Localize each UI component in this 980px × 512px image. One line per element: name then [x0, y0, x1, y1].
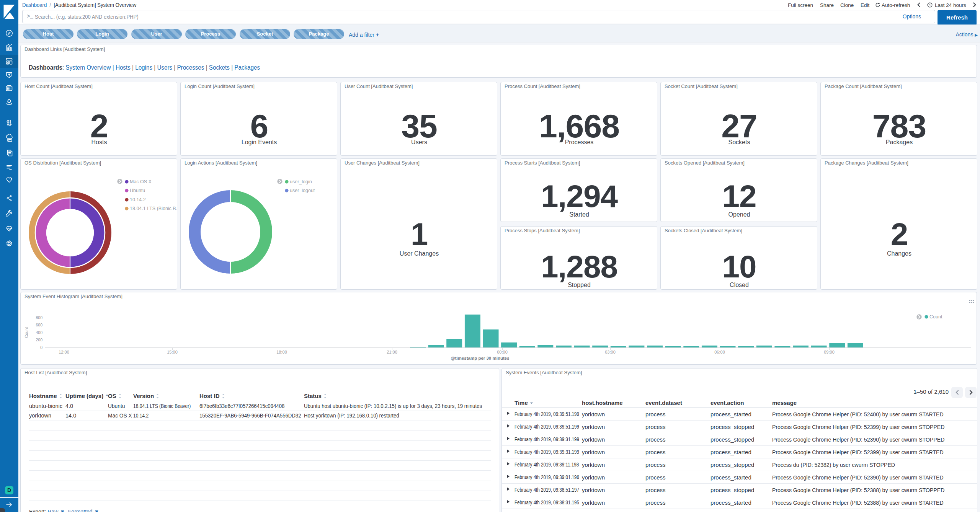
svg-text:06:00: 06:00	[714, 350, 725, 354]
svg-text:12:00: 12:00	[59, 350, 69, 354]
svg-text:Count: Count	[929, 314, 942, 320]
svg-text:Ubuntu: Ubuntu	[130, 188, 145, 193]
svg-text:18:00: 18:00	[276, 350, 287, 354]
svg-text:18.04.1 LTS (Bionic B...: 18.04.1 LTS (Bionic B...	[130, 206, 177, 211]
svg-text:Count: Count	[24, 327, 29, 338]
svg-text:0: 0	[40, 345, 42, 350]
svg-text:400: 400	[36, 330, 42, 335]
svg-text:user_login: user_login	[290, 179, 312, 184]
svg-text:user_logout: user_logout	[290, 188, 315, 193]
svg-text:21:00: 21:00	[387, 350, 397, 354]
svg-text:10.14.2: 10.14.2	[130, 197, 146, 202]
svg-text:Mac OS X: Mac OS X	[130, 179, 152, 184]
svg-text:15:00: 15:00	[167, 350, 178, 354]
svg-text:03:00: 03:00	[605, 350, 616, 354]
svg-text:200: 200	[36, 338, 42, 342]
svg-text:@timestamp per 30 minutes: @timestamp per 30 minutes	[451, 356, 509, 360]
svg-text:00:00: 00:00	[497, 350, 508, 354]
svg-text:600: 600	[36, 323, 42, 327]
svg-text:800: 800	[36, 315, 42, 320]
svg-text:09:00: 09:00	[824, 350, 835, 354]
